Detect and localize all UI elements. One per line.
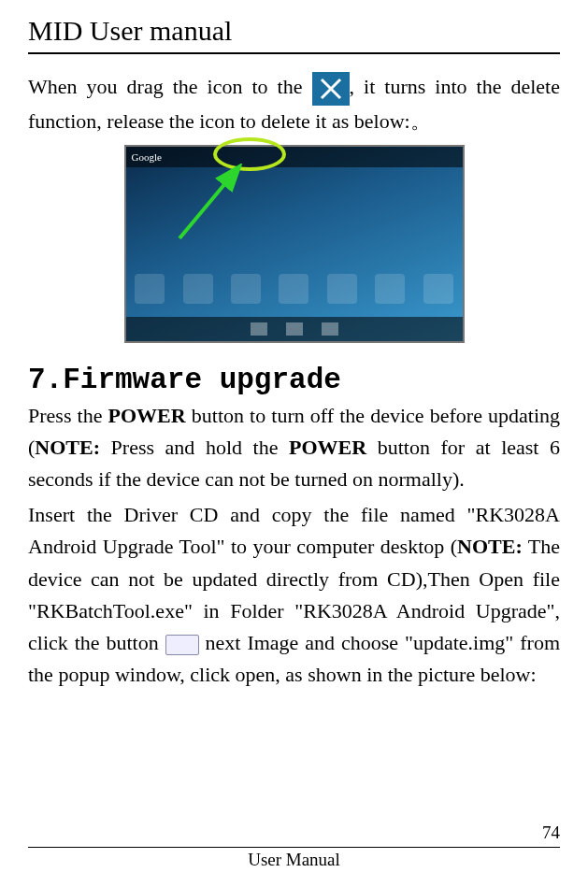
power-label: POWER [289, 436, 366, 459]
screen-status-bar: Google [126, 147, 463, 167]
footer-label: User Manual [248, 850, 340, 870]
note-label: NOTE: [457, 535, 523, 558]
paragraph-drag-icon: When you drag the icon to the , it turns… [28, 71, 560, 137]
page-number: 74 [542, 823, 560, 843]
android-screen: Google [124, 145, 465, 343]
app-icon [423, 274, 453, 304]
header-rule [28, 52, 560, 54]
recent-button-icon [322, 322, 338, 336]
text-fragment: When you drag the icon to the [28, 75, 303, 98]
section-heading: 7.Firmware upgrade [28, 364, 560, 396]
app-icon [135, 274, 165, 304]
app-shortcut-row [126, 270, 463, 308]
app-icon [231, 274, 261, 304]
paragraph-driver-cd: Insert the Driver CD and copy the file n… [28, 499, 560, 691]
app-icon [375, 274, 405, 304]
navigation-bar [126, 317, 463, 341]
text-fragment: Press the [28, 404, 108, 427]
text-fragment: Press and hold the [100, 436, 289, 459]
search-label: Google [132, 151, 162, 163]
back-button-icon [251, 322, 267, 336]
app-icon [327, 274, 357, 304]
page-footer: 74 User Manual [28, 847, 560, 870]
app-icon [279, 274, 308, 304]
browse-button-icon [165, 635, 199, 655]
app-icon [183, 274, 213, 304]
footer-rule [28, 847, 560, 848]
close-icon [312, 72, 350, 106]
note-label: NOTE: [35, 436, 100, 459]
page-title: MID User manual [28, 15, 560, 47]
android-screenshot: Google [28, 145, 560, 347]
paragraph-power-off: Press the POWER button to turn off the d… [28, 400, 560, 495]
power-label: POWER [108, 404, 186, 427]
home-button-icon [286, 322, 303, 336]
